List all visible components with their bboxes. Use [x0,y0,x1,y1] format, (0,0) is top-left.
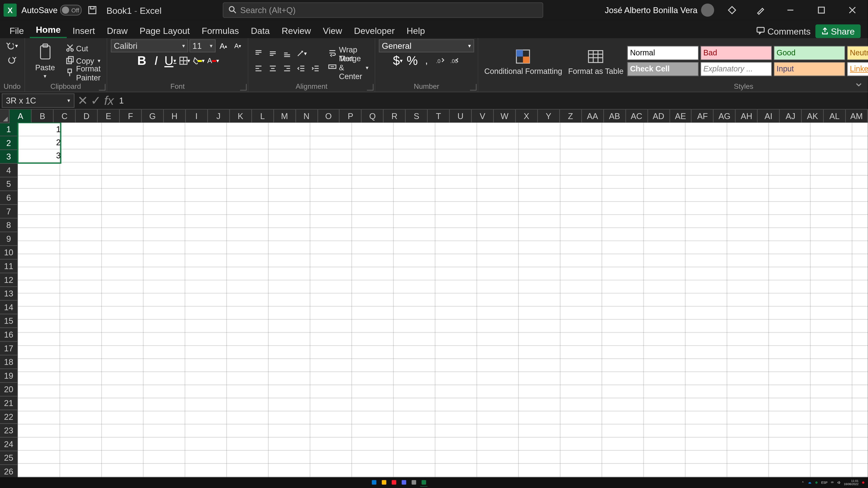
taskbar-clock[interactable]: 11:01 16/06/2022 [844,480,859,486]
cancel-formula-button[interactable]: ✕ [76,94,89,108]
insert-function-button[interactable]: fx [102,94,116,108]
cell-A2[interactable]: 2 [18,136,63,149]
column-header-Z[interactable]: Z [560,109,582,123]
column-header-AJ[interactable]: AJ [780,109,802,123]
cell-A1[interactable]: 1 [18,123,63,136]
tab-file[interactable]: File [4,23,30,38]
cut-button[interactable]: Cut [63,42,103,54]
column-header-R[interactable]: R [384,109,406,123]
cell-style-input[interactable]: Input [774,62,845,76]
row-header-6[interactable]: 6 [0,191,18,205]
column-header-H[interactable]: H [164,109,186,123]
tray-volume-icon[interactable] [837,481,841,485]
column-header-AI[interactable]: AI [758,109,780,123]
diamond-icon[interactable] [726,4,738,16]
merge-center-button[interactable]: Merge & Center▾ [326,62,371,74]
align-bottom-button[interactable] [281,47,293,60]
align-middle-button[interactable] [266,47,279,60]
cell-style-neutral[interactable]: Neutral [847,46,868,60]
column-header-AL[interactable]: AL [824,109,846,123]
tray-notifications-icon[interactable] [861,481,865,485]
row-header-17[interactable]: 17 [0,341,18,355]
number-format-combo[interactable]: General▾ [379,39,474,53]
cell-style-good[interactable]: Good [774,46,845,60]
column-header-G[interactable]: G [142,109,164,123]
row-header-11[interactable]: 11 [0,260,18,273]
row-header-7[interactable]: 7 [0,205,18,219]
name-box[interactable]: 3R x 1C▾ [2,94,74,108]
column-header-J[interactable]: J [208,109,230,123]
enter-formula-button[interactable]: ✓ [89,94,102,108]
column-header-AM[interactable]: AM [846,109,868,123]
maximize-button[interactable] [809,1,833,19]
tray-wifi-icon[interactable] [830,481,834,485]
align-left-button[interactable] [252,62,265,75]
column-header-T[interactable]: T [428,109,450,123]
tab-page-layout[interactable]: Page Layout [133,23,196,38]
row-header-1[interactable]: 1 [0,123,18,136]
column-header-S[interactable]: S [406,109,428,123]
tab-developer[interactable]: Developer [348,23,401,38]
row-header-12[interactable]: 12 [0,273,18,287]
tray-sync-icon[interactable] [814,481,818,485]
row-header-15[interactable]: 15 [0,314,18,328]
italic-button[interactable]: I [150,54,163,67]
column-header-AC[interactable]: AC [626,109,648,123]
column-header-O[interactable]: O [318,109,340,123]
paste-button[interactable]: Paste▾ [29,41,62,80]
undo-button[interactable]: ▾ [6,39,19,53]
column-header-D[interactable]: D [76,109,98,123]
row-header-25[interactable]: 25 [0,451,18,465]
tab-data[interactable]: Data [245,23,276,38]
tab-help[interactable]: Help [401,23,431,38]
column-header-F[interactable]: F [120,109,142,123]
share-button[interactable]: Share [815,24,861,38]
font-size-combo[interactable]: 11▾ [189,39,216,53]
row-header-9[interactable]: 9 [0,232,18,246]
tab-draw[interactable]: Draw [101,23,133,38]
font-dialog-launcher[interactable] [240,84,247,91]
column-header-B[interactable]: B [32,109,54,123]
tray-chevron-icon[interactable]: ^ [801,481,805,485]
alignment-dialog-launcher[interactable] [367,84,373,91]
tab-view[interactable]: View [317,23,348,38]
search-box[interactable]: Search (Alt+Q) [223,2,544,18]
cell-A3[interactable]: 3 [18,149,63,162]
row-header-8[interactable]: 8 [0,219,18,232]
tray-language[interactable]: ESP [821,481,828,484]
column-header-AK[interactable]: AK [802,109,824,123]
pen-icon[interactable] [755,4,767,16]
column-header-Q[interactable]: Q [362,109,384,123]
decrease-indent-button[interactable] [295,62,308,75]
column-header-Y[interactable]: Y [538,109,560,123]
bold-button[interactable]: B [135,54,148,67]
taskbar-start-icon[interactable] [370,479,378,486]
row-header-20[interactable]: 20 [0,383,18,396]
column-header-AD[interactable]: AD [648,109,670,123]
tray-onedrive-icon[interactable] [808,481,812,485]
taskbar-excel-icon[interactable] [420,479,428,487]
column-header-K[interactable]: K [230,109,252,123]
close-button[interactable] [840,1,864,19]
column-header-A[interactable]: A [10,109,32,123]
taskbar-opera-icon[interactable] [390,479,398,486]
align-right-button[interactable] [281,62,293,75]
percent-format-button[interactable]: % [406,54,419,67]
collapse-ribbon-button[interactable]: ⌄ [854,75,864,89]
row-header-14[interactable]: 14 [0,301,18,315]
column-header-X[interactable]: X [516,109,538,123]
column-header-W[interactable]: W [494,109,516,123]
fill-color-button[interactable]: ▾ [192,54,206,67]
column-header-AG[interactable]: AG [714,109,736,123]
conditional-formatting-button[interactable]: Conditional Formatting [482,41,565,80]
redo-button[interactable] [6,54,19,67]
format-painter-button[interactable]: Format Painter [63,67,103,79]
select-all-button[interactable] [0,109,10,123]
cell-style-check-cell[interactable]: Check Cell [627,62,699,76]
tab-insert[interactable]: Insert [67,23,101,38]
row-header-21[interactable]: 21 [0,396,18,410]
increase-indent-button[interactable] [309,62,322,75]
column-header-AA[interactable]: AA [582,109,604,123]
account-button[interactable]: José Alberto Bonilla Vera [604,4,714,17]
column-header-C[interactable]: C [54,109,76,123]
